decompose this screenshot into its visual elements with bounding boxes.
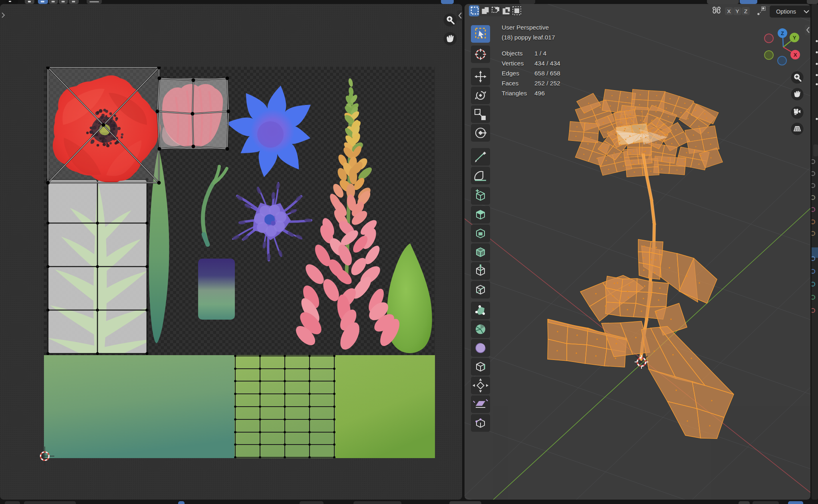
svg-text:Z: Z bbox=[744, 8, 747, 14]
svg-text:Options: Options bbox=[776, 8, 796, 15]
svg-text:Y: Y bbox=[735, 8, 739, 14]
svg-text:Z: Z bbox=[781, 30, 784, 36]
svg-text:Y: Y bbox=[793, 35, 796, 41]
svg-text:X: X bbox=[727, 8, 731, 14]
svg-text:X: X bbox=[794, 52, 797, 58]
